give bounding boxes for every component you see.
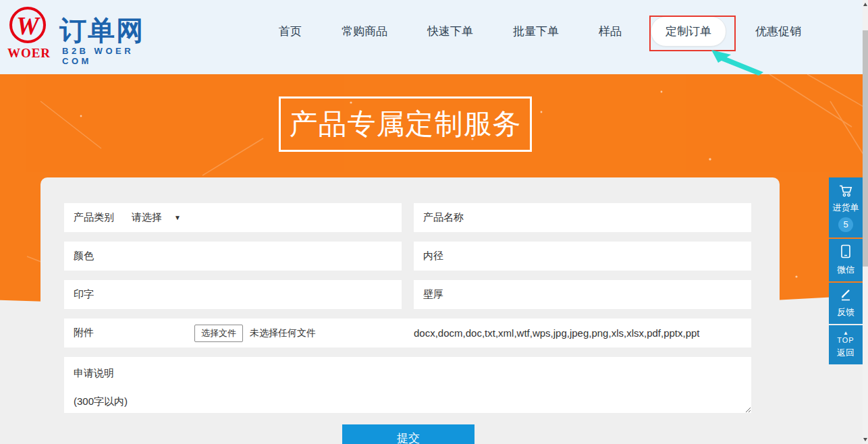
cart-icon [838, 184, 853, 197]
pointer-arrow-annotation [710, 49, 767, 77]
back-label: 返回 [829, 347, 863, 359]
nav-item-frequent-goods[interactable]: 常购商品 [342, 24, 387, 39]
attachment-field: 附件 选择文件 未选择任何文件 docx,docm,doc,txt,xml,wt… [64, 318, 751, 348]
scroll-down-arrow-icon[interactable] [863, 438, 867, 441]
page: W WOER 订单网 B2B WOER COM 首页 常购商品 快速下单 批量下… [0, 0, 868, 444]
wall-thickness-field[interactable]: 壁厚 [414, 280, 751, 309]
nav-item-samples[interactable]: 样品 [599, 24, 622, 39]
application-description-textarea[interactable]: 申请说明 (300字以内) [64, 357, 751, 413]
woer-logo-icon: W [9, 7, 46, 43]
cart-widget[interactable]: 进货单 5 [829, 177, 863, 238]
feedback-widget[interactable]: 反馈 [829, 283, 863, 324]
file-status-text: 未选择任何文件 [250, 327, 316, 339]
vertical-scrollbar[interactable] [863, 0, 868, 444]
color-field[interactable]: 颜色 [64, 242, 402, 271]
product-category-select[interactable]: 请选择 [132, 211, 162, 224]
site-name: 订单网 [59, 12, 144, 49]
wall-thickness-label: 壁厚 [423, 288, 443, 301]
nav-item-promotions[interactable]: 优惠促销 [755, 24, 801, 39]
top-text: TOP [829, 336, 863, 345]
nav-item-home[interactable]: 首页 [279, 24, 302, 39]
color-label: 颜色 [74, 250, 94, 262]
printing-label: 印字 [74, 288, 94, 301]
back-to-top-widget[interactable]: ▲ TOP 返回 [829, 325, 863, 364]
scrollbar-thumb[interactable] [863, 30, 868, 267]
custom-order-form: 产品类别 请选择 ▼ 产品名称 颜色 内径 印字 壁厚 附件 选择文件 未选择任… [40, 177, 780, 444]
product-name-field[interactable]: 产品名称 [414, 203, 751, 232]
allowed-file-types: docx,docm,doc,txt,xml,wtf,wps,jpg,jpeg,p… [414, 327, 700, 339]
product-name-label: 产品名称 [423, 211, 464, 224]
pencil-icon [839, 288, 852, 302]
floating-sidebar: 进货单 5 微信 反馈 ▲ TOP 返回 [829, 177, 863, 366]
phone-icon [840, 244, 851, 259]
product-category-label: 产品类别 [74, 211, 114, 224]
product-category-field[interactable]: 产品类别 请选择 ▼ [64, 203, 402, 232]
chevron-down-icon[interactable]: ▼ [174, 214, 181, 221]
cart-count-badge: 5 [838, 217, 853, 232]
wechat-widget[interactable]: 微信 [829, 239, 863, 281]
submit-button[interactable]: 提交 [342, 424, 474, 444]
printing-field[interactable]: 印字 [64, 280, 402, 309]
logo-text: WOER [7, 46, 51, 61]
choose-file-button[interactable]: 选择文件 [194, 325, 243, 342]
cart-widget-label: 进货单 [829, 202, 863, 214]
logo-letter: W [12, 9, 43, 42]
logo[interactable]: W WOER 订单网 B2B WOER COM [7, 4, 155, 72]
scroll-up-arrow-icon[interactable] [863, 3, 867, 6]
hero-title: 产品专属定制服务 [290, 105, 522, 143]
site-subtitle: B2B WOER COM [62, 46, 155, 66]
wechat-widget-label: 微信 [829, 264, 863, 276]
nav-item-quick-order[interactable]: 快速下单 [427, 24, 473, 39]
inner-diameter-label: 内径 [423, 250, 443, 262]
inner-diameter-field[interactable]: 内径 [414, 242, 751, 271]
feedback-widget-label: 反馈 [829, 306, 863, 318]
attachment-label: 附件 [74, 327, 94, 339]
nav-item-bulk-order[interactable]: 批量下单 [513, 24, 559, 39]
highlight-rectangle-annotation [649, 16, 736, 51]
hero-title-box: 产品专属定制服务 [279, 96, 532, 152]
arrow-up-icon: ▲ [829, 331, 863, 336]
